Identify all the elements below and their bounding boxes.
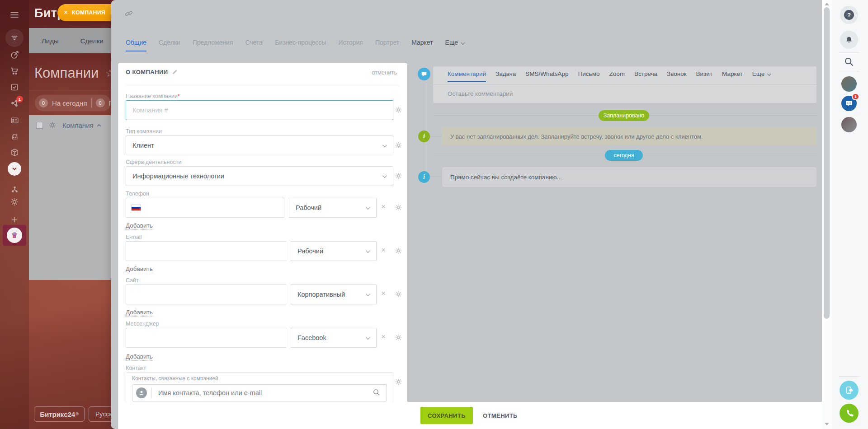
avatar[interactable] <box>841 76 857 92</box>
divider <box>839 71 859 71</box>
field-settings-gear-icon[interactable] <box>395 334 402 343</box>
chevron-down-icon <box>366 335 370 340</box>
russia-flag-icon[interactable] <box>131 205 141 211</box>
tab-market[interactable]: Маркет <box>722 70 743 82</box>
site-type-select[interactable]: Корпоративный <box>291 284 377 304</box>
bitrix-brand-badge[interactable]: Битрикс24 ® <box>34 406 85 422</box>
remove-icon[interactable]: × <box>381 204 386 210</box>
phone-type-select[interactable]: Рабочий <box>289 198 377 218</box>
tab-bizproc[interactable]: Бизнес-процессы <box>275 39 326 51</box>
scrollbar-thumb[interactable] <box>824 7 830 319</box>
tab-quotes[interactable]: Предложения <box>193 39 233 51</box>
timeline-tabs: Комментарий Задача SMS/WhatsApp Письмо Z… <box>448 70 770 82</box>
tab-meeting[interactable]: Встреча <box>634 70 657 82</box>
scroll-down-icon[interactable] <box>825 423 829 425</box>
edit-pencil-icon[interactable] <box>172 69 178 75</box>
messenger-input[interactable] <box>126 328 286 348</box>
crm-target-icon[interactable] <box>0 51 29 59</box>
divider <box>839 52 859 53</box>
field-settings-gear-icon[interactable] <box>395 291 402 299</box>
search-button[interactable] <box>844 57 854 67</box>
structure-icon[interactable] <box>0 186 29 193</box>
add-site-link[interactable]: Добавить <box>126 309 153 317</box>
contacts-card-icon[interactable] <box>0 116 29 125</box>
planned-badge: Запланировано <box>599 110 649 121</box>
tab-zoom[interactable]: Zoom <box>609 70 625 82</box>
shop-cart-icon[interactable] <box>0 67 29 75</box>
tab-more[interactable]: Еще <box>445 39 464 51</box>
contact-search-input[interactable] <box>152 389 373 396</box>
cancel-edit-link[interactable]: отменить <box>372 69 397 76</box>
sidebar-item-market-active[interactable]: ♛ <box>3 225 26 246</box>
filter-icon[interactable] <box>0 29 29 47</box>
field-settings-gear-icon[interactable] <box>395 204 402 213</box>
mobile-app-button[interactable] <box>840 381 859 400</box>
field-settings-gear-icon[interactable] <box>395 142 402 150</box>
tab-task[interactable]: Задача <box>495 70 516 82</box>
column-header-company[interactable]: Компания <box>62 121 101 129</box>
tab-history[interactable]: История <box>339 39 363 51</box>
help-button[interactable]: ? <box>840 6 858 24</box>
company-type-select[interactable]: Клиент <box>126 135 393 155</box>
remove-icon[interactable]: × <box>381 291 386 296</box>
cancel-button[interactable]: ОТМЕНИТЬ <box>477 407 523 424</box>
add-email-link[interactable]: Добавить <box>126 266 153 273</box>
close-icon[interactable]: × <box>64 9 68 17</box>
tab-visit[interactable]: Визит <box>696 70 712 82</box>
network-icon[interactable] <box>0 99 29 107</box>
notifications-button[interactable] <box>840 31 858 49</box>
select-all-checkbox[interactable] <box>36 122 43 129</box>
field-settings-gear-icon[interactable] <box>395 378 402 387</box>
tab-letter[interactable]: Письмо <box>578 70 600 82</box>
site-input[interactable] <box>126 284 286 304</box>
field-settings-gear-icon[interactable] <box>395 247 402 256</box>
tab-deals[interactable]: Сделки <box>80 37 104 45</box>
field-settings-gear-icon[interactable] <box>395 107 402 115</box>
field-label-industry: Сфера деятельности <box>126 159 181 165</box>
phone-input[interactable] <box>126 198 284 218</box>
grid-settings-gear-icon[interactable] <box>49 121 56 131</box>
tab-sms-whatsapp[interactable]: SMS/WhatsApp <box>525 70 568 82</box>
collapse-menu-icon[interactable] <box>0 162 29 176</box>
counter-label[interactable]: На сегодня <box>52 99 87 107</box>
tab-general[interactable]: Общие <box>126 39 146 51</box>
email-input[interactable] <box>126 241 286 261</box>
cube-icon[interactable] <box>0 148 29 157</box>
avatar[interactable] <box>841 117 857 132</box>
add-phone-link[interactable]: Добавить <box>126 222 153 230</box>
tab-comment[interactable]: Комментарий <box>448 70 486 82</box>
comment-input[interactable]: Оставьте комментарий <box>448 90 513 97</box>
tab-market[interactable]: Маркет <box>411 39 433 51</box>
telephony-button[interactable] <box>840 404 859 423</box>
settings-gear-icon[interactable] <box>0 198 29 206</box>
company-name-input[interactable] <box>126 100 393 120</box>
tab-portrait[interactable]: Портрет <box>375 39 399 51</box>
messenger-type-select[interactable]: Facebook <box>291 328 377 348</box>
tasks-icon[interactable] <box>0 83 29 91</box>
copy-link-icon[interactable] <box>125 9 133 19</box>
slider-tabs: Общие Сделки Предложения Счета Бизнес-пр… <box>126 39 464 51</box>
tab-invoices[interactable]: Счета <box>245 39 263 51</box>
remove-icon[interactable]: × <box>381 334 386 340</box>
field-settings-gear-icon[interactable] <box>395 173 402 181</box>
tab-call[interactable]: Звонок <box>667 70 687 82</box>
remove-icon[interactable]: × <box>381 247 386 253</box>
chevron-down-icon <box>366 205 370 210</box>
tab-leads[interactable]: Лиды <box>42 37 59 45</box>
add-plus-icon[interactable]: + <box>0 214 29 226</box>
contact-search-box[interactable] <box>132 384 387 401</box>
counter-value[interactable]: 0 <box>39 98 48 107</box>
menu-icon[interactable] <box>0 10 29 19</box>
robot-icon[interactable] <box>0 132 29 141</box>
field-label-phone: Телефон <box>126 191 149 197</box>
counter-value[interactable]: 0 <box>96 98 105 107</box>
save-button[interactable]: СОХРАНИТЬ <box>420 407 473 424</box>
divider <box>29 90 111 90</box>
tab-deals[interactable]: Сделки <box>159 39 180 51</box>
search-icon[interactable] <box>373 388 380 398</box>
scroll-up-icon[interactable] <box>825 3 829 5</box>
industry-select[interactable]: Информационные технологии <box>126 166 393 186</box>
add-messenger-link[interactable]: Добавить <box>126 353 153 361</box>
tab-more[interactable]: Еще <box>752 70 770 82</box>
email-type-select[interactable]: Рабочий <box>291 241 377 261</box>
